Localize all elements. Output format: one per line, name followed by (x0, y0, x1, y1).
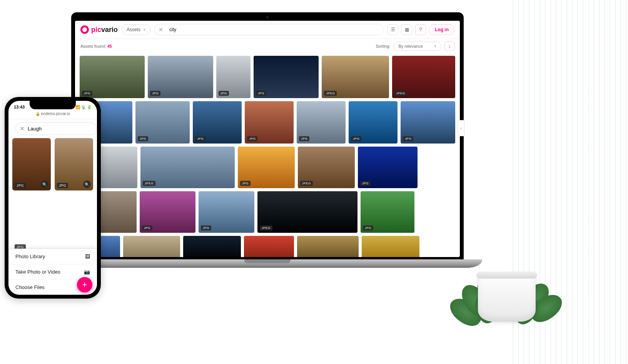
search-bar: ✕ (154, 24, 384, 35)
clear-search-icon[interactable]: ✕ (155, 27, 167, 33)
laptop-device: picvario Assets ▾ ✕ ☰ ▦ ? Log in (71, 12, 464, 263)
desktop-app: picvario Assets ▾ ✕ ☰ ▦ ? Log in (75, 21, 460, 257)
sheet-item-icon: 📷 (84, 269, 90, 275)
decorative-plant (447, 191, 563, 322)
asset-thumbnail[interactable]: JPG (193, 101, 242, 144)
format-badge: JPEG (143, 181, 155, 186)
format-badge: JPG (363, 225, 373, 230)
sheet-item-label: Choose Files (15, 284, 45, 290)
assets-label: Assets (127, 27, 140, 32)
mobile-app: 13:43 📶 📡 🔋 🔒 endemo.picvar.io ✕ JPG🔍JPG… (8, 101, 97, 295)
download-button[interactable]: ↓ (444, 41, 454, 51)
header: picvario Assets ▾ ✕ ☰ ▦ ? Log in (75, 21, 460, 39)
url-text: endemo.picvar.io (41, 112, 70, 116)
format-badge: JPG (240, 181, 251, 186)
search-input[interactable] (167, 24, 383, 35)
format-badge: JPEG (300, 181, 313, 186)
asset-thumbnail[interactable] (183, 236, 241, 257)
asset-thumbnail[interactable]: JPEG (298, 147, 355, 188)
sort-dropdown[interactable]: By relevance ▾ (393, 42, 441, 51)
asset-thumbnail[interactable]: JPG (349, 101, 398, 144)
view-list-button[interactable]: ☰ (387, 24, 398, 35)
format-badge: JPG (138, 136, 148, 141)
format-badge: JPG (15, 183, 26, 188)
mobile-asset-grid: JPG🔍JPG🔍 (8, 138, 97, 190)
format-badge: JPG (57, 183, 68, 188)
asset-thumbnail[interactable] (123, 236, 180, 257)
format-badge: JPEG (394, 91, 407, 96)
format-badge: JPEG (324, 91, 337, 96)
logo-icon (80, 25, 89, 34)
sheet-item-label: Photo Library (15, 254, 45, 259)
sorting-label: Sorting: (376, 44, 390, 48)
url-bar[interactable]: 🔒 endemo.picvar.io (8, 110, 97, 119)
login-button[interactable]: Log in (429, 24, 454, 35)
asset-thumbnail[interactable]: JPG (401, 101, 455, 144)
asset-thumbnail[interactable]: JPG (254, 56, 319, 98)
assets-dropdown[interactable]: Assets ▾ (122, 24, 150, 35)
asset-thumbnail[interactable]: JPEG (322, 56, 389, 98)
asset-grid: JPGJPGJPGJPGJPEGJPEGJPGJPGJPGJPGJPGJPGJP… (75, 53, 460, 257)
format-badge: JPG (403, 136, 413, 141)
asset-thumbnail[interactable]: JPEG (392, 56, 455, 98)
format-badge: JPG (247, 136, 257, 141)
asset-thumbnail[interactable]: JPG (199, 191, 254, 233)
found-count: 45 (107, 44, 112, 48)
zoom-icon[interactable]: 🔍 (83, 180, 91, 188)
asset-thumbnail[interactable]: JPG (80, 56, 145, 98)
asset-thumbnail[interactable]: JPG (238, 147, 295, 188)
sheet-item-icon: 🖼 (85, 254, 90, 259)
format-badge: JPG (299, 136, 309, 141)
asset-thumbnail[interactable] (244, 236, 294, 257)
brand-part1: pic (91, 26, 101, 33)
format-badge: JPEG (260, 225, 272, 230)
status-icons: 📶 📡 🔋 (75, 105, 92, 109)
asset-thumbnail[interactable] (297, 236, 359, 257)
collapse-panel-button[interactable]: ‹ (458, 120, 464, 136)
asset-thumbnail[interactable]: JPG🔍 (55, 138, 93, 190)
sheet-item-label: Take Photo or Video (15, 269, 60, 275)
asset-thumbnail[interactable]: JPG (297, 101, 346, 144)
asset-thumbnail[interactable]: JPG (148, 56, 213, 98)
asset-thumbnail[interactable]: JPG (12, 194, 93, 252)
brand-logo[interactable]: picvario (80, 25, 118, 34)
format-badge: JPG (150, 91, 160, 96)
add-fab[interactable]: + (77, 277, 92, 292)
status-time: 13:43 (14, 105, 25, 109)
format-badge: JPG (351, 136, 361, 141)
phone-device: 13:43 📶 📡 🔋 🔒 endemo.picvar.io ✕ JPG🔍JPG… (5, 97, 101, 299)
format-badge: JPG (82, 91, 92, 96)
chevron-down-icon: ▾ (434, 44, 436, 48)
asset-thumbnail[interactable]: JPG (245, 101, 294, 144)
brand-part2: vario (101, 26, 118, 33)
asset-thumbnail[interactable] (362, 236, 419, 257)
asset-thumbnail[interactable]: JPG🔍 (12, 138, 51, 190)
format-badge: JPG (201, 225, 211, 230)
chevron-down-icon: ▾ (144, 28, 145, 32)
format-badge: JPG (195, 136, 205, 141)
format-badge: JPG (142, 225, 152, 230)
view-grid-button[interactable]: ▦ (401, 24, 412, 35)
clear-search-icon[interactable]: ✕ (20, 125, 25, 132)
asset-thumbnail[interactable]: JPEG (257, 191, 357, 233)
format-badge: JPG (219, 91, 229, 96)
info-bar: Assets found: 45 Sorting: By relevance ▾… (75, 39, 460, 53)
sheet-item[interactable]: Photo Library🖼 (8, 249, 97, 264)
found-label: Assets found: (80, 44, 106, 48)
asset-thumbnail[interactable]: JPG (361, 191, 414, 233)
zoom-icon[interactable]: 🔍 (41, 180, 48, 188)
mobile-search-bar: ✕ (15, 122, 97, 135)
format-badge: JPG (360, 181, 371, 186)
asset-thumbnail[interactable]: JPG (140, 191, 195, 233)
sort-value: By relevance (398, 44, 423, 48)
asset-thumbnail[interactable]: JPG (358, 147, 418, 188)
asset-thumbnail[interactable]: JPEG (140, 147, 235, 188)
asset-thumbnail[interactable]: JPG (135, 101, 190, 144)
mobile-search-input[interactable] (28, 126, 92, 132)
format-badge: JPG (256, 91, 266, 96)
asset-thumbnail[interactable]: JPG (216, 56, 251, 98)
help-button[interactable]: ? (415, 24, 426, 35)
